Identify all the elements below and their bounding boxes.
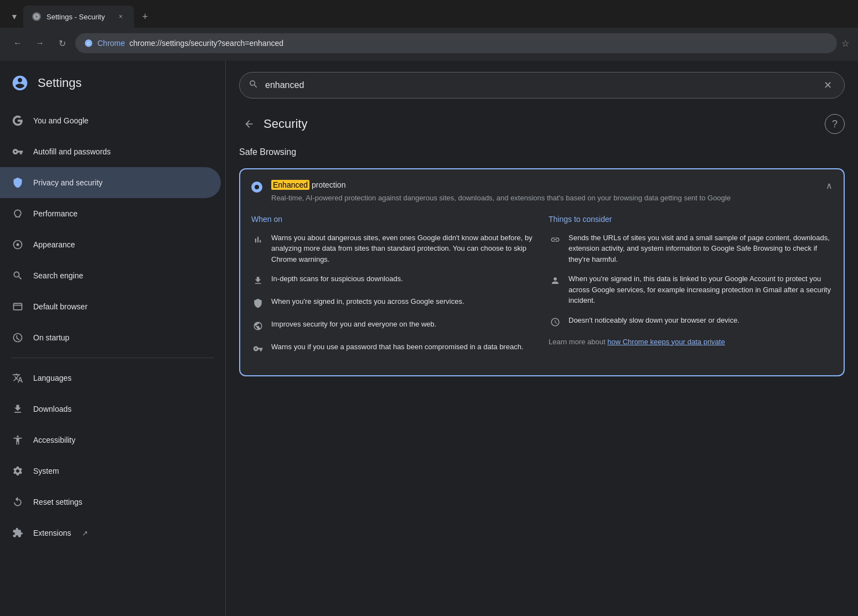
sidebar-item-default-browser[interactable]: Default browser [0,291,221,322]
sidebar-item-appearance[interactable]: Appearance [0,229,221,260]
feature-item-4: Improves security for you and everyone o… [251,319,535,333]
option-desc: Real-time, AI-powered protection against… [271,193,817,204]
sidebar-item-label: Performance [33,209,77,218]
link-icon [549,233,562,246]
downloads-icon [11,402,24,416]
feature-text-3: When you're signed in, protects you acro… [271,296,464,307]
active-tab[interactable]: Settings - Security × [23,6,134,28]
feature-item-5: Warns you if you use a password that has… [251,341,535,355]
sidebar-item-on-startup[interactable]: On startup [0,322,221,353]
sidebar-item-you-and-google[interactable]: You and Google [0,105,221,136]
address-brand: Chrome [97,39,125,48]
sidebar-item-label: You and Google [33,116,89,125]
address-url: chrome://settings/security?search=enhanc… [130,39,828,48]
reset-settings-icon [11,495,24,509]
sidebar-item-reset-settings[interactable]: Reset settings [0,486,221,517]
search-engine-icon [11,269,24,282]
svg-point-3 [17,244,19,246]
feature-item-2: In-depth scans for suspicious downloads. [251,273,535,287]
option-title: Enhanced protection [271,180,817,189]
sidebar-divider [11,358,214,358]
address-favicon-icon: C [84,39,93,48]
security-section: Security ? Safe Browsing Enhanced protec… [226,110,858,396]
privacy-icon [11,176,24,189]
on-startup-icon [11,331,24,344]
feature-text-4: Improves security for you and everyone o… [271,319,436,330]
collapse-button[interactable]: ∧ [826,180,833,191]
consider-item-3: Doesn't noticeably slow down your browse… [549,315,833,329]
speed-icon [549,315,562,329]
sidebar-header: Settings [0,61,225,105]
section-header: Security ? [239,110,845,134]
feature-item-3: When you're signed in, protects you acro… [251,296,535,310]
enhanced-option-card: Enhanced protection Real-time, AI-powere… [239,168,845,376]
consider-item-2: When you're signed in, this data is link… [549,273,833,306]
when-on-column: When on Warns you about dangerous sites,… [251,215,535,365]
radio-inner [255,185,259,189]
tab-title: Settings - Security [46,13,111,21]
search-input[interactable] [265,80,813,90]
address-bar[interactable]: C Chrome chrome://settings/security?sear… [75,33,837,53]
content-area: ✕ Security ? Safe Browsing [226,61,858,616]
browser-chrome: ▼ Settings - Security × + ← → ↻ C Chrome… [0,0,858,61]
bookmark-button[interactable]: ☆ [841,38,849,49]
sidebar-item-languages[interactable]: Languages [0,363,221,394]
sidebar-item-autofill[interactable]: Autofill and passwords [0,136,221,167]
password-breach-icon [251,342,265,355]
sidebar-item-label: Privacy and security [33,178,102,187]
page-title: Security [263,117,825,131]
option-title-highlight: Enhanced [271,180,309,190]
languages-icon [11,371,24,385]
reload-button[interactable]: ↻ [53,34,71,52]
feature-text-1: Warns you about dangerous sites, even on… [271,232,535,265]
new-tab-button[interactable]: + [134,6,156,28]
help-button[interactable]: ? [825,114,845,134]
tab-switch-btn[interactable]: ▼ [6,6,23,28]
performance-icon [11,207,24,220]
feature-text-2: In-depth scans for suspicious downloads. [271,273,403,284]
when-on-title: When on [251,215,535,224]
search-bar-container: ✕ [239,72,845,99]
sidebar-item-privacy[interactable]: Privacy and security [0,167,221,198]
consider-text-1: Sends the URLs of sites you visit and a … [568,232,833,265]
sidebar-item-label: Languages [33,374,71,382]
download-scan-icon [251,274,265,287]
forward-button[interactable]: → [31,34,49,52]
sidebar-item-accessibility[interactable]: Accessibility [0,425,221,455]
sidebar-item-label: Accessibility [33,436,75,444]
sidebar-item-label: Reset settings [33,498,82,506]
sidebar-item-performance[interactable]: Performance [0,198,221,229]
sidebar-item-label: Default browser [33,302,87,311]
back-button[interactable] [239,114,259,134]
tab-close-button[interactable]: × [116,12,125,21]
radio-button-enhanced[interactable] [251,182,262,193]
sidebar-item-search-engine[interactable]: Search engine [0,260,221,291]
feature-item-1: Warns you about dangerous sites, even on… [251,232,535,265]
two-column-layout: When on Warns you about dangerous sites,… [251,215,833,365]
autofill-icon [11,145,24,158]
consider-item-1: Sends the URLs of sites you visit and a … [549,232,833,265]
appearance-icon [11,238,24,251]
sidebar-item-label: Autofill and passwords [33,147,111,156]
svg-text:C: C [87,41,90,46]
sidebar-item-downloads[interactable]: Downloads [0,394,221,425]
option-text: Enhanced protection Real-time, AI-powere… [271,180,817,204]
svg-rect-4 [14,303,22,310]
sidebar-item-label: On startup [33,333,69,342]
option-header: Enhanced protection Real-time, AI-powere… [240,169,844,215]
main-layout: Settings You and Google Autofill and pas… [0,61,858,616]
learn-more-text: Learn more about how Chrome keeps your d… [549,338,833,346]
sidebar-item-system[interactable]: System [0,455,221,486]
account-icon [549,274,562,287]
consider-text-3: Doesn't noticeably slow down your browse… [568,315,740,326]
search-clear-button[interactable]: ✕ [820,77,835,93]
feature-text-5: Warns you if you use a password that has… [271,341,524,353]
learn-more-link[interactable]: how Chrome keeps your data private [607,338,725,346]
back-button[interactable]: ← [9,34,27,52]
sidebar-item-label: Downloads [33,405,71,413]
sidebar-item-extensions[interactable]: Extensions ↗ [0,517,221,548]
google-icon [11,114,24,127]
search-icon [249,79,259,92]
analytics-icon [251,233,265,246]
safe-browsing-title: Safe Browsing [239,147,845,157]
